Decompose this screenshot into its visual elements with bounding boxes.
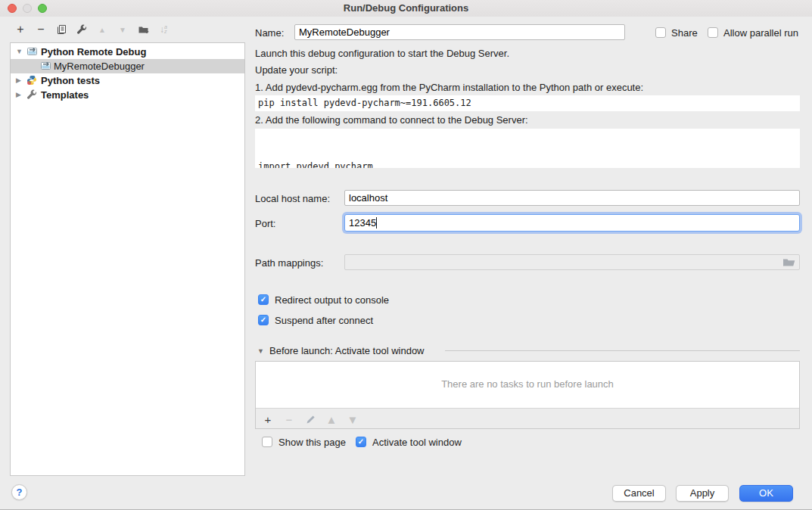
tree-item-label[interactable]: MyRemoteDebugger: [54, 59, 145, 73]
chevron-expanded-icon[interactable]: ▼: [16, 45, 23, 59]
suspend-after-connect-label[interactable]: Suspend after connect: [275, 315, 373, 326]
description-step-1: 1. Add pydevd-pycharm.egg from the PyCha…: [255, 82, 643, 93]
path-mappings-label: Path mappings:: [255, 257, 323, 269]
description-line-1: Launch this debug configuration to start…: [255, 48, 509, 59]
remove-configuration-icon[interactable]: −: [35, 23, 47, 36]
apply-button[interactable]: Apply: [676, 485, 729, 502]
edit-task-icon: [304, 413, 316, 425]
remove-task-icon: −: [283, 413, 295, 425]
show-this-page-label[interactable]: Show this page: [278, 437, 346, 448]
tree-item-label[interactable]: Templates: [41, 88, 89, 102]
move-task-down-icon: ▼: [347, 413, 359, 425]
before-launch-tasks-panel: There are no tasks to run before launch …: [255, 361, 800, 429]
show-this-page-checkbox[interactable]: [262, 437, 272, 447]
activate-tool-window-checkbox[interactable]: ✓: [356, 437, 366, 447]
text-cursor: [376, 217, 377, 229]
configurations-tree: ▼ Python Remote Debug MyRemoteDebugger ▶: [10, 42, 245, 476]
add-task-icon[interactable]: +: [262, 413, 274, 425]
activate-tool-window-label[interactable]: Activate tool window: [372, 437, 462, 448]
before-launch-collapse-icon[interactable]: ▼: [257, 347, 264, 355]
configurations-toolbar: + − ▲ ▼ ↓ az: [14, 23, 170, 36]
tasks-list[interactable]: There are no tasks to run before launch: [256, 362, 799, 409]
share-label[interactable]: Share: [671, 27, 698, 39]
ok-button[interactable]: OK: [739, 485, 793, 502]
run-debug-configurations-dialog: Run/Debug Configurations + − ▲ ▼ ↓ az ▼ …: [0, 0, 812, 510]
description-step-2: 2. Add the following command to connect …: [255, 114, 528, 126]
sort-configurations-icon: ↓ az: [157, 23, 170, 36]
path-mappings-input[interactable]: [344, 254, 800, 270]
allow-parallel-run-label[interactable]: Allow parallel run: [723, 27, 798, 39]
pip-install-code: pip install pydevd-pycharm~=191.6605.12: [255, 95, 800, 111]
local-host-name-input[interactable]: [344, 190, 800, 206]
add-configuration-icon[interactable]: +: [14, 23, 26, 36]
settrace-code-block: import pydevd_pycharm pydevd_pycharm.set…: [255, 129, 800, 168]
move-down-icon: ▼: [117, 23, 129, 36]
new-folder-icon[interactable]: [137, 23, 149, 36]
tasks-empty-message: There are no tasks to run before launch: [256, 378, 799, 390]
window-title: Run/Debug Configurations: [0, 2, 812, 14]
remote-debug-icon: [40, 61, 51, 71]
move-task-up-icon: ▲: [325, 413, 338, 425]
redirect-output-label[interactable]: Redirect output to console: [275, 294, 389, 306]
edit-templates-icon[interactable]: [76, 23, 88, 36]
tree-item-python-tests[interactable]: ▶ Python tests: [11, 73, 244, 88]
settrace-code-line-1: import pydevd_pycharm: [258, 160, 800, 168]
suspend-after-connect-checkbox[interactable]: ✓: [258, 315, 269, 325]
port-input[interactable]: [344, 214, 800, 232]
local-host-name-label: Local host name:: [255, 193, 330, 204]
tree-item-templates[interactable]: ▶ Templates: [11, 88, 244, 102]
copy-configuration-icon[interactable]: [55, 23, 67, 36]
share-checkbox[interactable]: [655, 27, 666, 38]
port-label: Port:: [255, 218, 275, 229]
tree-item-label[interactable]: Python tests: [41, 73, 100, 88]
name-label: Name:: [255, 27, 284, 39]
titlebar[interactable]: Run/Debug Configurations: [0, 0, 812, 17]
tasks-toolbar: + − ▲ ▼: [262, 413, 359, 425]
tree-item-myremotedebugger[interactable]: MyRemoteDebugger: [11, 59, 244, 73]
cancel-button[interactable]: Cancel: [612, 485, 666, 502]
browse-folder-icon[interactable]: [782, 257, 796, 268]
python-tests-icon: [26, 75, 37, 86]
templates-wrench-icon: [26, 89, 37, 100]
help-button[interactable]: ?: [11, 484, 27, 500]
before-launch-title: Before launch: Activate tool window: [269, 345, 425, 356]
allow-parallel-run-checkbox[interactable]: [708, 27, 718, 38]
description-line-2: Update your script:: [255, 64, 338, 76]
chevron-collapsed-icon[interactable]: ▶: [16, 73, 21, 88]
remote-debug-icon: [26, 46, 38, 57]
section-divider: [445, 350, 800, 351]
chevron-collapsed-icon[interactable]: ▶: [16, 88, 21, 102]
tree-item-python-remote-debug[interactable]: ▼ Python Remote Debug: [11, 45, 244, 59]
move-up-icon: ▲: [96, 23, 108, 36]
name-input[interactable]: [294, 24, 625, 40]
tree-item-label[interactable]: Python Remote Debug: [41, 45, 146, 59]
redirect-output-checkbox[interactable]: ✓: [258, 294, 269, 305]
